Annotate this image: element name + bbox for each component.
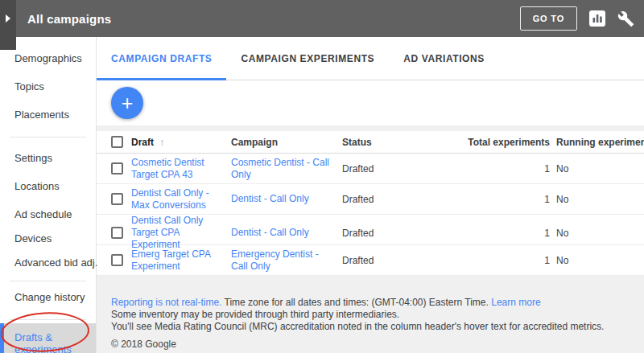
tab-campaign-drafts[interactable]: CAMPAIGN DRAFTS	[97, 37, 226, 80]
table-row: Cosmetic Dentist Target CPA 43 Cosmetic …	[97, 154, 644, 184]
sidebar-item-drafts-and-experiments[interactable]: Drafts & experiments	[0, 323, 96, 353]
table-row: Dentist Call Only Target CPA Experiment …	[97, 215, 644, 245]
column-header-campaign[interactable]: Campaign	[231, 137, 342, 148]
sidebar: Demographics Topics Placements Settings …	[0, 37, 97, 353]
status-cell: Drafted	[342, 255, 455, 266]
campaign-link[interactable]: Dentist - Call Only	[231, 193, 342, 205]
toolbar-table-gap	[97, 125, 644, 131]
running-experiments-cell: No	[551, 163, 644, 174]
sidebar-item-devices[interactable]: Devices	[0, 232, 96, 245]
sidebar-item-topics[interactable]: Topics	[0, 80, 96, 93]
app-bar-actions: GO TO	[520, 6, 634, 31]
tab-campaign-experiments[interactable]: CAMPAIGN EXPERIMENTS	[226, 37, 389, 80]
row-checkbox[interactable]	[111, 227, 123, 239]
draft-link[interactable]: Emerg Target CPA Experiment	[131, 248, 231, 273]
column-header-running-experiments[interactable]: Running experiments	[551, 137, 644, 148]
total-experiments-cell: 1	[455, 228, 551, 239]
tab-bar: CAMPAIGN DRAFTS CAMPAIGN EXPERIMENTS AD …	[97, 37, 644, 80]
column-header-total-experiments[interactable]: Total experiments	[455, 137, 551, 148]
sidebar-selected-label-line2: experiments	[14, 343, 96, 353]
total-experiments-cell: 1	[455, 194, 551, 205]
sort-ascending-icon: ↑	[159, 136, 165, 148]
bar-chart-icon	[589, 10, 605, 27]
plus-icon: +	[122, 92, 134, 114]
tools-button[interactable]	[617, 10, 634, 27]
row-checkbox[interactable]	[111, 193, 123, 205]
sidebar-item-demographics[interactable]: Demographics	[0, 52, 96, 65]
sidebar-item-ad-schedule[interactable]: Ad schedule	[0, 208, 96, 221]
sidebar-item-locations[interactable]: Locations	[0, 180, 96, 193]
running-experiments-cell: No	[551, 194, 644, 205]
footnote-line-3: You'll see Media Rating Council (MRC) ac…	[111, 321, 628, 333]
table-toolbar: +	[97, 80, 644, 125]
campaign-link[interactable]: Emergency Dentist - Call Only	[231, 248, 342, 273]
select-all-checkbox[interactable]	[111, 136, 123, 148]
go-to-button[interactable]: GO TO	[520, 6, 577, 31]
table-row: Emerg Target CPA Experiment Emergency De…	[97, 245, 644, 276]
sidebar-divider	[10, 319, 86, 320]
total-experiments-cell: 1	[455, 255, 551, 266]
sidebar-divider	[10, 281, 86, 281]
total-experiments-cell: 1	[455, 163, 551, 174]
main-content: CAMPAIGN DRAFTS CAMPAIGN EXPERIMENTS AD …	[97, 37, 644, 353]
reports-button[interactable]	[589, 10, 605, 27]
running-experiments-cell: No	[551, 255, 644, 266]
sidebar-item-advanced-bid-adj[interactable]: Advanced bid adj.	[0, 257, 96, 269]
sidebar-item-placements[interactable]: Placements	[0, 109, 96, 121]
report-footnotes: Reporting is not real-time. Time zone fo…	[97, 276, 644, 353]
table-header-row: Draft ↑ Campaign Status Total experiment…	[97, 131, 644, 154]
tab-ad-variations[interactable]: AD VARIATIONS	[389, 37, 499, 80]
sidebar-selected-label-line1: Drafts &	[14, 331, 96, 343]
footnote-line-2: Some inventory may be provided through t…	[111, 309, 628, 321]
column-header-draft[interactable]: Draft ↑	[131, 136, 231, 148]
table-row: Dentist Call Only - Max Conversions Dent…	[97, 184, 644, 215]
wrench-icon	[617, 10, 634, 27]
status-cell: Drafted	[342, 194, 455, 205]
page-title: All campaigns	[27, 12, 111, 26]
sidebar-item-change-history[interactable]: Change history	[0, 291, 96, 304]
draft-link[interactable]: Cosmetic Dentist Target CPA 43	[131, 157, 231, 181]
timezone-text: Time zone for all dates and times: (GMT-…	[221, 297, 491, 308]
learn-more-link[interactable]: Learn more	[491, 297, 540, 308]
campaign-link[interactable]: Cosmetic Dentist - Call Only	[231, 157, 342, 181]
running-experiments-cell: No	[551, 228, 644, 239]
row-checkbox[interactable]	[111, 162, 123, 174]
row-checkbox[interactable]	[111, 254, 123, 266]
copyright-text: © 2018 Google	[111, 339, 628, 351]
add-draft-button[interactable]: +	[111, 87, 143, 119]
sidebar-divider	[10, 137, 86, 138]
draft-link[interactable]: Dentist Call Only - Max Conversions	[131, 187, 231, 211]
app-bar: All campaigns GO TO	[0, 0, 644, 37]
right-arrow-icon	[6, 14, 10, 23]
reporting-not-realtime-link[interactable]: Reporting is not real-time.	[111, 297, 221, 308]
footnote-line-1: Reporting is not real-time. Time zone fo…	[111, 297, 628, 309]
status-cell: Drafted	[342, 163, 455, 174]
campaign-link[interactable]: Dentist - Call Only	[231, 227, 342, 239]
status-cell: Drafted	[342, 228, 455, 239]
sidebar-item-settings[interactable]: Settings	[0, 152, 96, 165]
column-header-status[interactable]: Status	[342, 137, 455, 148]
nav-expand-handle[interactable]	[0, 0, 16, 50]
